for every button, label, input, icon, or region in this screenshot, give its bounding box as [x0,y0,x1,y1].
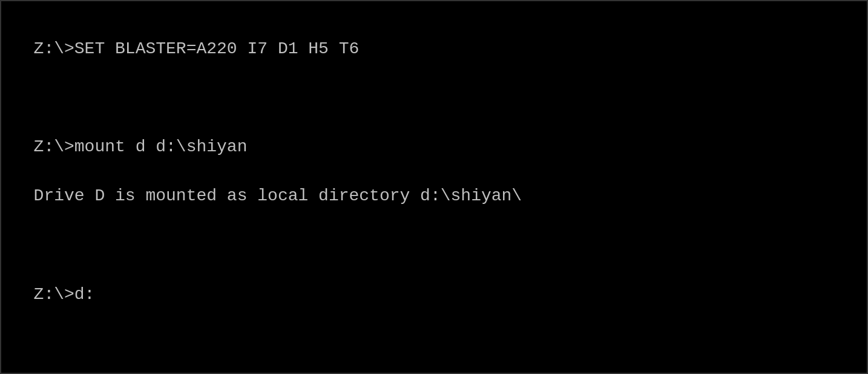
terminal-window[interactable]: Z:\>SET BLASTER=A220 I7 D1 H5 T6 Z:\>mou… [0,0,868,374]
terminal-line-6: Z:\>d: [34,285,95,304]
terminal-line-3: Z:\>mount d d:\shiyan [34,137,248,156]
terminal-line-1: Z:\>SET BLASTER=A220 I7 D1 H5 T6 [34,39,360,58]
terminal-line-4: Drive D is mounted as local directory d:… [34,186,522,205]
